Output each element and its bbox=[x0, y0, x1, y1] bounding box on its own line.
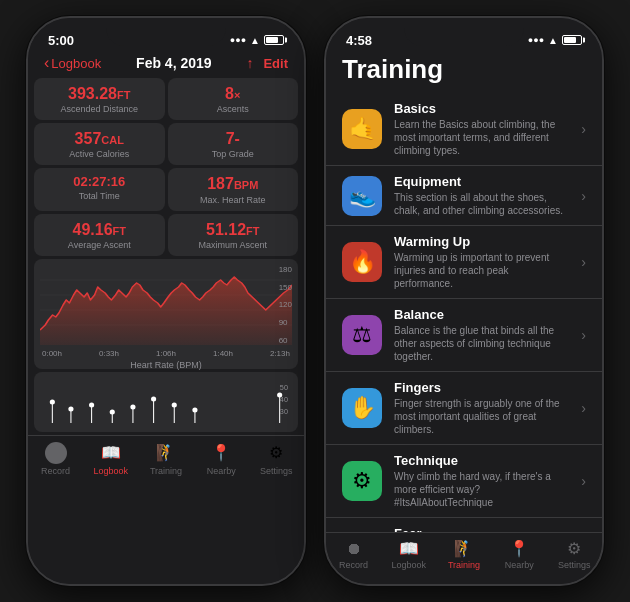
stat-value: 393.28FT bbox=[42, 84, 157, 103]
nav-date: Feb 4, 2019 bbox=[136, 55, 212, 71]
settings-tab-icon: ⚙ bbox=[265, 442, 287, 464]
status-bar-right: 4:58 ●●● ▲ bbox=[326, 18, 602, 54]
right-phone: 4:58 ●●● ▲ Training 🤙 Basics Learn bbox=[324, 16, 604, 586]
stat-value: 51.12FT bbox=[176, 220, 291, 239]
fingers-desc: Finger strength is arguably one of the m… bbox=[394, 397, 569, 436]
right-training-icon: 🧗 bbox=[454, 539, 474, 558]
technique-title: Technique bbox=[394, 453, 569, 468]
svg-point-20 bbox=[192, 407, 197, 412]
battery-icon bbox=[264, 35, 284, 45]
right-record-icon: ⏺ bbox=[346, 540, 362, 558]
balance-icon: ⚖ bbox=[342, 315, 382, 355]
stat-max-hr: 187BPM Max. Heart Rate bbox=[168, 168, 299, 210]
stats-grid: 393.28FT Ascended Distance 8× Ascents 35… bbox=[28, 78, 304, 256]
svg-text:30: 30 bbox=[280, 408, 288, 416]
status-time-right: 4:58 bbox=[346, 33, 372, 48]
chart-x-label: 2:13h bbox=[270, 349, 290, 358]
edit-button[interactable]: Edit bbox=[263, 56, 288, 71]
tab-record[interactable]: Record bbox=[34, 442, 78, 476]
status-icons-right: ●●● ▲ bbox=[528, 35, 582, 46]
technique-icon: ⚙ bbox=[342, 461, 382, 501]
svg-point-12 bbox=[110, 409, 115, 414]
right-record-label: Record bbox=[339, 560, 368, 570]
technique-chevron-icon: › bbox=[581, 473, 586, 489]
tab-logbook[interactable]: 📖 Logbook bbox=[89, 442, 133, 476]
back-chevron-icon: ‹ bbox=[44, 54, 49, 72]
record-tab-icon bbox=[45, 442, 67, 464]
fingers-icon: ✋ bbox=[342, 388, 382, 428]
warmup-icon: 🔥 bbox=[342, 242, 382, 282]
training-list: 🤙 Basics Learn the Basics about climbing… bbox=[326, 93, 602, 584]
svg-point-16 bbox=[151, 396, 156, 401]
right-tab-logbook[interactable]: 📖 Logbook bbox=[387, 539, 431, 570]
ascent-svg: 50 40 30 bbox=[42, 378, 290, 428]
training-item-equipment[interactable]: 👟 Equipment This section is all about th… bbox=[326, 166, 602, 226]
stat-value: 8× bbox=[176, 84, 291, 103]
svg-text:50: 50 bbox=[280, 384, 288, 392]
tab-record-label: Record bbox=[41, 466, 70, 476]
right-settings-label: Settings bbox=[558, 560, 591, 570]
nav-actions: ↑ Edit bbox=[246, 55, 288, 71]
tab-bar-right: ⏺ Record 📖 Logbook 🧗 Training 📍 Nearby ⚙ bbox=[326, 532, 602, 584]
stat-avg-ascent: 49.16FT Average Ascent bbox=[34, 214, 165, 256]
technique-content: Technique Why climb the hard way, if the… bbox=[394, 453, 569, 509]
basics-desc: Learn the Basics about climbing, the mos… bbox=[394, 118, 569, 157]
stat-label: Total Time bbox=[42, 191, 157, 201]
stat-value: 357CAL bbox=[42, 129, 157, 148]
ascent-section: 50 40 30 bbox=[34, 372, 298, 432]
training-item-warmup[interactable]: 🔥 Warming Up Warming up is important to … bbox=[326, 226, 602, 299]
right-tab-record[interactable]: ⏺ Record bbox=[332, 540, 376, 570]
fingers-content: Fingers Finger strength is arguably one … bbox=[394, 380, 569, 436]
right-tab-training[interactable]: 🧗 Training bbox=[442, 539, 486, 570]
right-settings-icon: ⚙ bbox=[567, 539, 581, 558]
heart-rate-chart: 180 150 120 90 60 0:00h 0:33h 1:06h 1:40… bbox=[34, 259, 298, 369]
svg-point-8 bbox=[68, 406, 73, 411]
technique-desc: Why climb the hard way, if there's a mor… bbox=[394, 470, 569, 509]
stat-ascended-distance: 393.28FT Ascended Distance bbox=[34, 78, 165, 120]
equipment-chevron-icon: › bbox=[581, 188, 586, 204]
chart-svg bbox=[40, 265, 292, 345]
chart-title: Heart Rate (BPM) bbox=[40, 360, 292, 370]
stat-top-grade: 7- Top Grade bbox=[168, 123, 299, 165]
record-circle-icon bbox=[45, 442, 67, 464]
share-button[interactable]: ↑ bbox=[246, 55, 253, 71]
right-logbook-icon: 📖 bbox=[399, 539, 419, 558]
equipment-desc: This section is all about the shoes, cha… bbox=[394, 191, 569, 217]
stat-ascents: 8× Ascents bbox=[168, 78, 299, 120]
stat-label: Maximum Ascent bbox=[176, 240, 291, 250]
training-tab-icon: 🧗 bbox=[155, 442, 177, 464]
back-button[interactable]: ‹ Logbook bbox=[44, 54, 101, 72]
training-page-title: Training bbox=[326, 54, 602, 93]
battery-icon-right bbox=[562, 35, 582, 45]
tab-training[interactable]: 🧗 Training bbox=[144, 442, 188, 476]
tab-settings[interactable]: ⚙ Settings bbox=[254, 442, 298, 476]
stat-value: 187BPM bbox=[176, 174, 291, 193]
training-item-technique[interactable]: ⚙ Technique Why climb the hard way, if t… bbox=[326, 445, 602, 518]
back-label: Logbook bbox=[51, 56, 101, 71]
basics-title: Basics bbox=[394, 101, 569, 116]
warmup-title: Warming Up bbox=[394, 234, 569, 249]
svg-text:40: 40 bbox=[280, 396, 288, 404]
chart-x-label: 0:00h bbox=[42, 349, 62, 358]
stat-value: 49.16FT bbox=[42, 220, 157, 239]
chart-x-label: 1:06h bbox=[156, 349, 176, 358]
logbook-tab-icon: 📖 bbox=[100, 442, 122, 464]
stat-label: Active Calories bbox=[42, 149, 157, 159]
signal-icon: ●●● bbox=[230, 35, 246, 45]
training-item-balance[interactable]: ⚖ Balance Balance is the glue that binds… bbox=[326, 299, 602, 372]
wifi-icon: ▲ bbox=[250, 35, 260, 46]
training-item-fingers[interactable]: ✋ Fingers Finger strength is arguably on… bbox=[326, 372, 602, 445]
stat-calories: 357CAL Active Calories bbox=[34, 123, 165, 165]
chart-x-label: 1:40h bbox=[213, 349, 233, 358]
stat-value: 02:27:16 bbox=[42, 174, 157, 190]
training-item-basics[interactable]: 🤙 Basics Learn the Basics about climbing… bbox=[326, 93, 602, 166]
equipment-icon: 👟 bbox=[342, 176, 382, 216]
stat-value: 7- bbox=[176, 129, 291, 148]
right-tab-nearby[interactable]: 📍 Nearby bbox=[497, 539, 541, 570]
basics-chevron-icon: › bbox=[581, 121, 586, 137]
signal-icon-right: ●●● bbox=[528, 35, 544, 45]
right-tab-settings[interactable]: ⚙ Settings bbox=[552, 539, 596, 570]
tab-nearby[interactable]: 📍 Nearby bbox=[199, 442, 243, 476]
svg-point-18 bbox=[172, 402, 177, 407]
stat-label: Max. Heart Rate bbox=[176, 195, 291, 205]
